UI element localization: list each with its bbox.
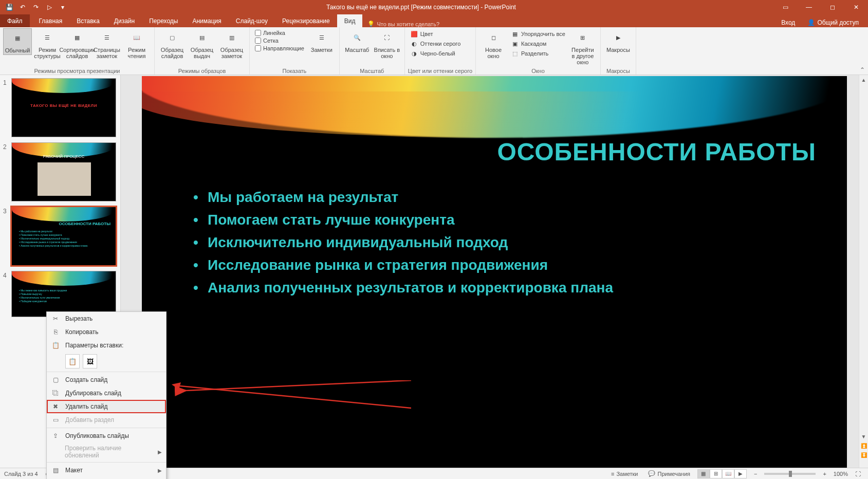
thumbnail-1[interactable]: 1 ТАКОГО ВЫ ЕЩЁ НЕ ВИДЕЛИ — [3, 78, 117, 137]
switch-window-icon: ⊞ — [575, 29, 591, 46]
ctx-delete-slide[interactable]: ✖Удалить слайд — [47, 400, 166, 413]
paste-icon: 📋 — [51, 341, 60, 350]
chevron-right-icon: ▶ — [158, 468, 162, 473]
thumbnail-3[interactable]: 3 ОСОБЕННОСТИ РАБОТЫ • Мы работаем на ре… — [3, 207, 117, 266]
thumbnail-4[interactable]: 4 • Мы знаем как повысить ваши продажи •… — [3, 271, 117, 317]
notes-button[interactable]: ☰ Заметки — [307, 28, 336, 54]
normal-view-shortcut[interactable]: ▦ — [697, 469, 710, 478]
prev-slide-icon[interactable]: ⏫ — [859, 441, 868, 450]
split-button[interactable]: ⬚Разделить — [509, 49, 567, 58]
macros-icon: ▶ — [610, 29, 626, 46]
qat-dropdown-icon[interactable]: ▾ — [57, 1, 69, 13]
paste-picture-button[interactable]: 🖼 — [83, 354, 97, 369]
zoom-out-button[interactable]: − — [751, 470, 760, 478]
reading-view-shortcut[interactable]: 📖 — [722, 469, 734, 478]
view-outline-button[interactable]: ☰ Режим структуры — [33, 28, 62, 60]
macros-button[interactable]: ▶ Макросы — [604, 28, 633, 54]
grayscale-button[interactable]: ◐Оттенки серого — [408, 39, 463, 48]
minimize-icon[interactable]: — — [797, 0, 821, 14]
zoom-in-button[interactable]: + — [820, 470, 829, 478]
view-normal-button[interactable]: ▦ Обычный — [3, 28, 32, 55]
notes-icon: ☰ — [313, 29, 330, 46]
zoom-level[interactable]: 100% — [834, 471, 848, 477]
view-notes-page-button[interactable]: ☰ Страницы заметок — [93, 28, 121, 60]
tab-home[interactable]: Главная — [32, 14, 70, 27]
tab-insert[interactable]: Вставка — [69, 14, 107, 27]
title-bar: 💾 ↶ ↷ ▷ ▾ Такого вы ещё не видели.ppt [Р… — [0, 0, 868, 14]
tab-transitions[interactable]: Переходы — [142, 14, 185, 27]
zoom-slider[interactable] — [764, 473, 816, 475]
gridlines-checkbox[interactable]: Сетка — [253, 37, 306, 44]
paste-dest-theme-button[interactable]: 📋 — [65, 354, 80, 369]
section-icon: ▭ — [51, 415, 60, 425]
view-shortcuts: ▦ ⊞ 📖 ▶ — [697, 469, 747, 478]
tab-file[interactable]: Файл — [0, 14, 30, 27]
ctx-add-section: ▭Добавить раздел — [47, 413, 166, 427]
view-sorter-button[interactable]: ▦ Сортировщик слайдов — [63, 28, 91, 60]
slide-counter[interactable]: Слайд 3 из 4 — [4, 471, 38, 477]
color-button[interactable]: 🟥Цвет — [408, 29, 463, 39]
ctx-publish-slides[interactable]: ⇪Опубликовать слайды — [47, 429, 166, 443]
vertical-scrollbar[interactable]: ▲ ▼ ⏫ ⏬ — [859, 75, 868, 469]
ruler-checkbox[interactable]: Линейка — [253, 29, 306, 36]
thumbnail-2[interactable]: 2 РАБОЧИЙ ПРОЦЕСС — [3, 142, 117, 201]
collapse-ribbon-icon[interactable]: ⌃ — [860, 66, 865, 73]
ctx-check-updates: Проверить наличие обновлений▶ — [47, 443, 166, 461]
notes-master-icon: ▥ — [224, 29, 240, 46]
tab-view[interactable]: Вид — [337, 14, 363, 27]
share-icon: 👤 — [807, 19, 815, 26]
notes-master-button[interactable]: ▥ Образец заметок — [217, 28, 246, 60]
ctx-copy[interactable]: ⎘Копировать — [47, 325, 166, 339]
scroll-down-icon[interactable]: ▼ — [859, 432, 868, 441]
tab-design[interactable]: Дизайн — [107, 14, 142, 27]
handout-master-button[interactable]: ▤ Образец выдач — [188, 28, 216, 60]
tab-animation[interactable]: Анимация — [185, 14, 228, 27]
arrange-all-button[interactable]: ▦Упорядочить все — [509, 29, 567, 39]
save-icon[interactable]: 💾 — [3, 1, 15, 13]
sorter-view-shortcut[interactable]: ⊞ — [710, 469, 722, 478]
signin-button[interactable]: Вход — [777, 18, 799, 27]
ctx-duplicate-slide[interactable]: ⿻Дублировать слайд — [47, 386, 166, 400]
undo-icon[interactable]: ↶ — [16, 1, 29, 13]
close-icon[interactable]: ✕ — [844, 0, 868, 14]
share-button[interactable]: 👤Общий доступ — [803, 18, 863, 27]
start-from-beginning-icon[interactable]: ▷ — [43, 1, 56, 13]
redo-icon[interactable]: ↷ — [30, 1, 42, 13]
cascade-button[interactable]: ▣Каскадом — [509, 39, 567, 48]
comments-icon: 💬 — [648, 470, 655, 477]
view-reading-button[interactable]: 📖 Режим чтения — [122, 28, 151, 60]
guides-checkbox[interactable]: Направляющие — [253, 45, 306, 52]
fit-window-button[interactable]: ⛶ Вписать в окно — [373, 28, 401, 60]
maximize-icon[interactable]: ◻ — [821, 0, 844, 14]
publish-icon: ⇪ — [51, 431, 60, 440]
comments-toggle[interactable]: 💬Примечания — [645, 469, 693, 478]
ctx-new-slide[interactable]: ▢Создать слайд — [47, 373, 166, 386]
ribbon-options-icon[interactable]: ▭ — [773, 0, 797, 14]
blackwhite-button[interactable]: ◑Черно-белый — [408, 49, 463, 58]
fit-to-window-button[interactable]: ⛶ — [852, 470, 864, 478]
slideshow-shortcut[interactable]: ▶ — [734, 469, 747, 478]
next-slide-icon[interactable]: ⏬ — [859, 450, 868, 459]
window-title: Такого вы ещё не видели.ppt [Режим совме… — [69, 4, 773, 11]
group-presentation-views: ▦ Обычный ☰ Режим структуры ▦ Сортировщи… — [0, 27, 155, 75]
bw-icon: ◑ — [410, 49, 418, 58]
tab-slideshow[interactable]: Слайд-шоу — [229, 14, 275, 27]
new-window-button[interactable]: ◻ Новое окно — [479, 28, 508, 60]
tab-review[interactable]: Рецензирование — [275, 14, 337, 27]
arrange-icon: ▦ — [511, 30, 519, 38]
scroll-up-icon[interactable]: ▲ — [859, 75, 868, 84]
zoom-button[interactable]: 🔍 Масштаб — [343, 28, 372, 54]
copy-icon: ⎘ — [51, 327, 60, 337]
current-slide[interactable]: ОСОБЕННОСТИ РАБОТЫ Мы работаем на резуль… — [142, 76, 847, 472]
ctx-reset-slide[interactable]: ↺Восстановить слайд — [47, 477, 166, 479]
notes-status-icon: ≡ — [611, 471, 614, 477]
slide-master-button[interactable]: ▢ Образец слайдов — [158, 28, 187, 60]
switch-window-button[interactable]: ⊞ Перейти в другое окно — [568, 28, 597, 66]
ctx-layout[interactable]: ▤Макет▶ — [47, 464, 166, 477]
layout-icon: ▤ — [51, 466, 60, 475]
tell-me-search[interactable]: 💡Что вы хотите сделать? — [362, 21, 439, 27]
ctx-cut[interactable]: ✂Вырезать — [47, 312, 166, 325]
notes-toggle[interactable]: ≡Заметки — [608, 470, 641, 478]
grayscale-icon: ◐ — [410, 40, 418, 48]
cut-icon: ✂ — [51, 314, 60, 323]
